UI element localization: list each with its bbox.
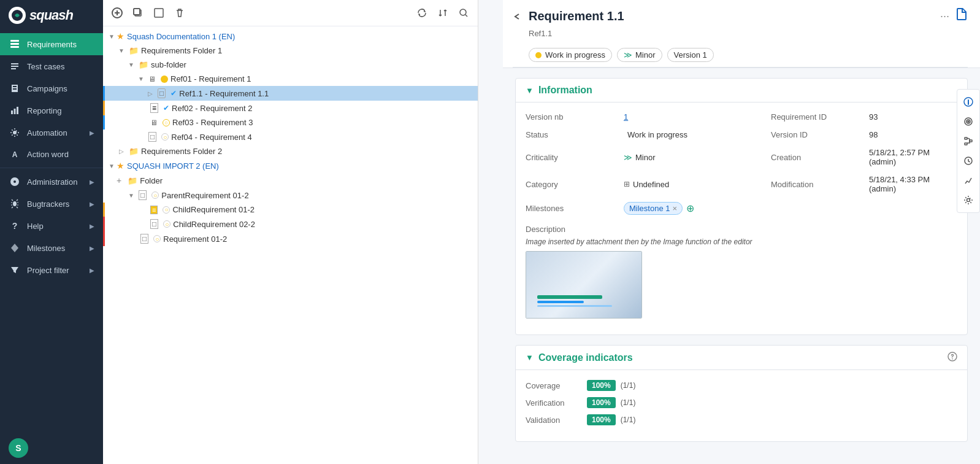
tag-criticality[interactable]: ≫ Minor [617, 48, 662, 62]
creation-label: Creation [771, 148, 869, 166]
toggle-proj2[interactable]: ▼ [107, 163, 117, 169]
tree-item-req0102[interactable]: ▷ □ ○ Requirement 01-2 [103, 231, 478, 246]
modification-value: 5/18/21, 4:33 PM (admin) [869, 175, 957, 193]
parent01-label: ParentRequirement 01-2 [161, 191, 248, 200]
create-button[interactable] [152, 6, 166, 20]
tree-item-proj1[interactable]: ▼ ★ Squash Documentation 1 (EN) [103, 29, 478, 44]
toggle-subfolder1[interactable]: ▼ [126, 61, 136, 68]
sidebar-item-reporting[interactable]: Reporting [0, 99, 103, 122]
req0102-label: Requirement 01-2 [163, 234, 227, 244]
tree-item-req11[interactable]: ▷ □ ✔ Ref1.1 - Requirement 1.1 [103, 86, 478, 101]
information-title: Information [538, 85, 957, 96]
toggle-folder1[interactable]: ▼ [117, 47, 126, 54]
version-nb-link[interactable]: 1 [624, 112, 628, 122]
folder2-label: Requirements Folder 2 [141, 147, 222, 156]
tree-item-req04[interactable]: ▷ □ ○ Ref04 - Requirement 4 [103, 130, 478, 144]
sidebar-label-milestones: Milestones [27, 244, 90, 253]
description-text: Image inserted by attachment then by the… [526, 238, 957, 246]
coverage-help-icon[interactable] [947, 352, 957, 363]
tag-status[interactable]: Work in progress [529, 48, 612, 62]
tree-item-parent01[interactable]: ▼ □ ○ ParentRequirement 01-2 [103, 188, 478, 203]
tree-panel-btn[interactable] [960, 133, 977, 150]
svg-rect-1 [10, 40, 19, 42]
tree-item-req01[interactable]: ▼ 🖥 Ref01 - Requirement 1 [103, 72, 478, 86]
sidebar-label-test-cases: Test cases [27, 62, 94, 71]
target-panel-btn[interactable] [960, 113, 977, 130]
delete-button[interactable] [173, 6, 186, 20]
sidebar-divider [0, 168, 103, 168]
toggle-req11[interactable]: ▷ [145, 90, 155, 97]
milestone-remove[interactable]: × [672, 204, 677, 213]
svg-rect-20 [965, 143, 967, 145]
action-word-icon: A [9, 150, 21, 159]
history-panel-btn[interactable] [960, 152, 977, 169]
info-panel-btn[interactable] [960, 93, 977, 110]
status-value: Work in progress [624, 130, 771, 139]
sidebar-label-automation: Automation [27, 128, 90, 137]
search-button[interactable] [457, 6, 470, 20]
information-section-header[interactable]: ▼ Information [516, 79, 967, 102]
tree-item-proj2[interactable]: ▼ ★ SQUASH IMPORT 2 (EN) [103, 158, 478, 173]
req11-type-icon: □ [158, 88, 166, 98]
validation-count: (1/1) [621, 416, 636, 424]
tree-item-child02[interactable]: ▷ □ ○ ChildRequirement 02-2 [103, 217, 478, 231]
toggle-folder2[interactable]: ▷ [117, 148, 126, 155]
add-button[interactable] [110, 6, 124, 20]
coverage-section-header[interactable]: ▼ Coverage indicators [516, 346, 967, 370]
sidebar-item-bugtrackers[interactable]: Bugtrackers ▶ [0, 193, 103, 215]
tree-item-subfolder1[interactable]: ▼ 📁 sub-folder [103, 58, 478, 72]
tree-item-folder2[interactable]: ▷ 📁 Requirements Folder 2 [103, 144, 478, 158]
toggle-req01[interactable]: ▼ [136, 75, 146, 82]
sync-button[interactable] [415, 6, 429, 20]
sidebar-item-test-cases[interactable]: Test cases [0, 55, 103, 77]
svg-rect-13 [155, 9, 163, 17]
milestone-add-btn[interactable]: ⊕ [686, 203, 694, 214]
milestones-value: Milestone 1 × ⊕ [624, 202, 771, 215]
tree-item-req03[interactable]: ▷ 🖥 ○ Ref03 - Requirement 3 [103, 115, 478, 130]
sort-button[interactable] [436, 6, 450, 20]
sidebar-label-campaigns: Campaigns [27, 84, 94, 93]
child02-status: ○ [163, 220, 170, 228]
sidebar-item-administration[interactable]: Administration ▶ [0, 171, 103, 193]
sidebar-label-administration: Administration [27, 177, 90, 187]
toggle-proj1[interactable]: ▼ [107, 33, 117, 40]
tag-version[interactable]: Version 1 [667, 48, 714, 62]
sidebar-item-automation[interactable]: Automation ▶ [0, 122, 103, 144]
user-avatar[interactable]: S [9, 438, 28, 458]
tree-item-folder1[interactable]: ▼ 📁 Requirements Folder 1 [103, 44, 478, 58]
back-button[interactable] [513, 12, 523, 21]
toggle-parent01[interactable]: ▼ [126, 192, 136, 199]
req01-label: Ref01 - Requirement 1 [170, 74, 251, 83]
folder3-add[interactable]: + [117, 176, 121, 185]
req01-type-icon: 🖥 [148, 75, 156, 83]
tree-item-folder3[interactable]: + 📁 Folder [103, 173, 478, 188]
clip-button[interactable] [955, 7, 968, 25]
proj2-label: SQUASH IMPORT 2 (EN) [127, 161, 219, 171]
sidebar-item-help[interactable]: ? Help ▶ [0, 215, 103, 237]
settings-panel-btn[interactable] [960, 191, 977, 209]
sidebar-item-campaigns[interactable]: Campaigns [0, 77, 103, 99]
tag-version-label: Version 1 [674, 50, 707, 60]
empty-label [771, 202, 869, 215]
information-body: Version nb 1 Requirement ID 93 Status Wo… [516, 102, 967, 334]
sidebar-item-milestones[interactable]: Milestones ▶ [0, 237, 103, 259]
sidebar-item-action-word[interactable]: A Action word [0, 144, 103, 165]
info-toggle-icon: ▼ [526, 86, 534, 95]
sidebar-item-project-filter[interactable]: Project filter ▶ [0, 259, 103, 281]
coverage-section: ▼ Coverage indicators Coverage 100% (1/1… [515, 345, 968, 442]
more-button[interactable]: ··· [940, 10, 949, 23]
validation-percent: 100% [587, 414, 616, 425]
campaigns-icon [9, 83, 21, 93]
tree-item-child01[interactable]: ▷ ≡ ○ ChildRequirement 01-2 [103, 203, 478, 217]
sidebar-item-requirements[interactable]: Requirements [0, 33, 103, 55]
tree-item-req02[interactable]: ▷ ≡ ✔ Ref02 - Requirement 2 [103, 101, 478, 115]
svg-rect-5 [14, 109, 16, 114]
req01-status [161, 75, 168, 83]
coverage-panel-btn[interactable] [960, 172, 977, 189]
coverage-bar-validation: 100% (1/1) [587, 414, 635, 425]
coverage-row-validation: Validation 100% (1/1) [526, 414, 957, 425]
duplicate-button[interactable] [131, 6, 145, 20]
sidebar-bottom: S [0, 432, 103, 464]
milestones-icon [9, 243, 21, 253]
star-proj1: ★ [117, 31, 124, 41]
